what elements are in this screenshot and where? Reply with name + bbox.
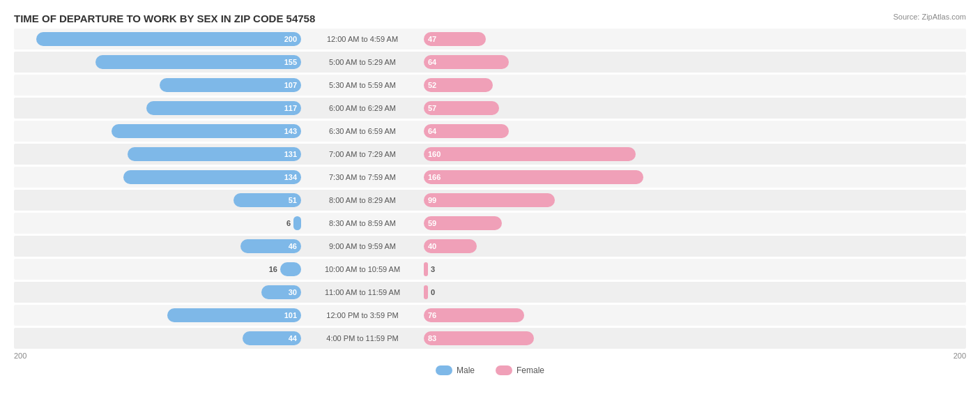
left-section: 46: [14, 239, 307, 253]
time-label: 6:00 AM to 6:29 AM: [307, 104, 418, 112]
female-bar: 99: [424, 193, 555, 207]
time-label: 11:00 AM to 11:59 AM: [307, 288, 418, 296]
right-section: 40: [418, 239, 966, 253]
chart-row: 1610:00 AM to 10:59 AM3: [14, 259, 966, 280]
male-bar: 134: [123, 170, 301, 184]
female-bar: [424, 262, 428, 276]
female-bar-label: 59: [428, 219, 436, 227]
female-bar: 52: [424, 78, 493, 92]
female-bar: 166: [424, 170, 643, 184]
chart-row: 469:00 AM to 9:59 AM40: [14, 236, 966, 257]
chart-row: 518:00 AM to 8:29 AM99: [14, 190, 966, 211]
time-label: 5:00 AM to 5:29 AM: [307, 58, 418, 66]
male-bar-label: 46: [289, 242, 297, 250]
source-text: Source: ZipAtlas.com: [893, 13, 966, 21]
axis-right-label: 200: [954, 352, 966, 360]
right-section: 57: [418, 101, 966, 115]
chart-row: 10112:00 PM to 3:59 PM76: [14, 305, 966, 326]
male-bar: 143: [112, 124, 301, 138]
female-bar: 64: [424, 124, 509, 138]
time-label: 12:00 AM to 4:59 AM: [307, 35, 418, 43]
male-bar-label: 155: [284, 58, 297, 66]
female-bar-label: 64: [428, 58, 436, 66]
chart-row: 1075:30 AM to 5:59 AM52: [14, 75, 966, 96]
female-bar-label: 166: [428, 173, 441, 181]
male-bar: 30: [261, 285, 301, 299]
chart-area: 20012:00 AM to 4:59 AM471555:00 AM to 5:…: [14, 29, 966, 349]
left-section: 51: [14, 193, 307, 207]
chart-row: 3011:00 AM to 11:59 AM0: [14, 282, 966, 303]
male-bar: 117: [146, 101, 301, 115]
male-bar-label-outside: 6: [286, 219, 291, 227]
right-section: 3: [418, 262, 966, 276]
female-bar-label: 47: [428, 35, 436, 43]
male-bar-label: 131: [284, 150, 297, 158]
male-bar-label: 101: [284, 311, 297, 319]
legend-male: Male: [436, 365, 475, 375]
female-bar-label: 64: [428, 127, 436, 135]
male-bar: 46: [240, 239, 301, 253]
time-label: 6:30 AM to 6:59 AM: [307, 127, 418, 135]
male-bar: 200: [36, 32, 301, 46]
legend: Male Female: [14, 365, 966, 375]
legend-female-box: [496, 365, 512, 375]
axis-labels: 200 200: [14, 352, 966, 360]
female-bar-label-outside: 0: [431, 288, 435, 296]
time-label: 8:30 AM to 8:59 AM: [307, 219, 418, 227]
female-bar: 160: [424, 147, 636, 161]
female-bar: [424, 285, 428, 299]
chart-title: TIME OF DEPARTURE TO WORK BY SEX IN ZIP …: [14, 13, 966, 24]
right-section: 99: [418, 193, 966, 207]
right-section: 0: [418, 285, 966, 299]
female-bar-label: 76: [428, 311, 436, 319]
legend-male-label: Male: [457, 365, 475, 375]
right-section: 166: [418, 170, 966, 184]
chart-row: 444:00 PM to 11:59 PM83: [14, 328, 966, 349]
chart-container: TIME OF DEPARTURE TO WORK BY SEX IN ZIP …: [0, 0, 980, 415]
female-bar: 76: [424, 308, 524, 322]
female-bar-label: 40: [428, 242, 436, 250]
female-bar: 40: [424, 239, 477, 253]
female-bar: 59: [424, 216, 502, 230]
right-section: 160: [418, 147, 966, 161]
male-bar: 44: [243, 331, 301, 345]
female-bar-label: 99: [428, 196, 436, 204]
male-bar-label: 143: [284, 127, 297, 135]
left-section: 30: [14, 285, 307, 299]
legend-female: Female: [496, 365, 544, 375]
chart-row: 1317:00 AM to 7:29 AM160: [14, 144, 966, 165]
left-section: 143: [14, 124, 307, 138]
male-bar-label: 44: [289, 334, 297, 342]
female-bar-label-outside: 3: [431, 265, 435, 273]
male-bar: 51: [233, 193, 301, 207]
left-section: 200: [14, 32, 307, 46]
female-bar: 57: [424, 101, 499, 115]
chart-row: 68:30 AM to 8:59 AM59: [14, 213, 966, 234]
female-bar: 83: [424, 331, 534, 345]
left-section: 44: [14, 331, 307, 345]
female-bar-label: 83: [428, 334, 436, 342]
chart-row: 1555:00 AM to 5:29 AM64: [14, 52, 966, 73]
right-section: 52: [418, 78, 966, 92]
time-label: 9:00 AM to 9:59 AM: [307, 242, 418, 250]
time-label: 7:30 AM to 7:59 AM: [307, 173, 418, 181]
time-label: 8:00 AM to 8:29 AM: [307, 196, 418, 204]
male-bar: 131: [128, 147, 301, 161]
male-bar: 107: [160, 78, 301, 92]
right-section: 76: [418, 308, 966, 322]
male-bar: 101: [167, 308, 301, 322]
left-section: 134: [14, 170, 307, 184]
male-bar-label: 200: [284, 35, 297, 43]
male-bar-label: 51: [289, 196, 297, 204]
chart-row: 1347:30 AM to 7:59 AM166: [14, 167, 966, 188]
male-bar-label: 134: [284, 173, 297, 181]
legend-male-box: [436, 365, 452, 375]
right-section: 47: [418, 32, 966, 46]
female-bar: 47: [424, 32, 486, 46]
right-section: 64: [418, 124, 966, 138]
axis-left-label: 200: [14, 352, 26, 360]
left-section: 101: [14, 308, 307, 322]
chart-row: 20012:00 AM to 4:59 AM47: [14, 29, 966, 50]
left-section: 155: [14, 55, 307, 69]
time-label: 7:00 AM to 7:29 AM: [307, 150, 418, 158]
